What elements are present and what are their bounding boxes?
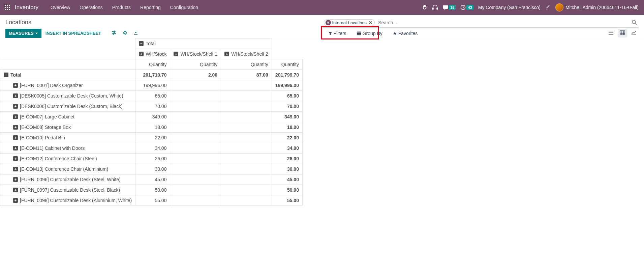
cell[interactable]: 199,996.00 <box>272 80 302 91</box>
expand-icon[interactable]: + <box>174 52 178 56</box>
expand-icon[interactable]: + <box>13 135 18 140</box>
support-icon[interactable] <box>432 5 438 10</box>
cell[interactable] <box>221 195 272 206</box>
row-header[interactable]: +[FURN_0001] Desk Organizer <box>0 80 135 91</box>
expand-icon[interactable]: + <box>13 83 18 88</box>
cell[interactable] <box>170 164 221 174</box>
cell[interactable]: 199,996.00 <box>135 80 170 91</box>
cell[interactable]: 349.00 <box>272 112 302 122</box>
cell[interactable] <box>170 80 221 91</box>
collapse-icon[interactable]: − <box>139 41 144 46</box>
favorites-button[interactable]: Favorites <box>391 29 420 37</box>
cell[interactable]: 26.00 <box>135 154 170 164</box>
flip-axis-icon[interactable] <box>111 30 117 36</box>
expand-icon[interactable]: + <box>13 167 18 171</box>
activity-icon[interactable]: 43 <box>460 5 473 10</box>
expand-icon[interactable]: + <box>13 93 18 98</box>
row-header[interactable]: +[FURN_0096] Customizable Desk (Steel, W… <box>0 174 135 185</box>
cell[interactable] <box>221 154 272 164</box>
cell[interactable]: 70.00 <box>272 101 302 112</box>
groupby-button[interactable]: Group By <box>355 29 385 37</box>
cell[interactable] <box>170 185 221 195</box>
row-header[interactable]: +[DESK0006] Customizable Desk (Custom, B… <box>0 101 135 112</box>
expand-icon[interactable]: + <box>13 188 18 192</box>
cell[interactable] <box>170 122 221 133</box>
expand-icon[interactable]: + <box>13 146 18 150</box>
cell[interactable] <box>221 91 272 101</box>
cell[interactable]: 201,710.70 <box>135 70 170 80</box>
pivot-table-container[interactable]: −Total +WH/Stock+WH/Stock/Shelf 1+WH/Sto… <box>0 38 644 268</box>
measures-button[interactable]: Measures <box>5 29 41 38</box>
cell[interactable] <box>170 143 221 154</box>
row-header[interactable]: +[FURN_0097] Customizable Desk (Steel, B… <box>0 185 135 195</box>
col-header[interactable]: +WH/Stock <box>135 49 170 59</box>
search-facet[interactable]: Internal Locations ✕ <box>324 19 375 26</box>
cell[interactable]: 65.00 <box>272 91 302 101</box>
cell[interactable] <box>221 164 272 174</box>
cell[interactable]: 55.00 <box>135 195 170 206</box>
cell[interactable] <box>221 122 272 133</box>
cell[interactable]: 50.00 <box>135 185 170 195</box>
col-total-header[interactable]: −Total <box>135 38 272 49</box>
debug-icon[interactable] <box>422 5 427 10</box>
expand-icon[interactable]: + <box>13 125 18 130</box>
cell[interactable]: 45.00 <box>272 174 302 185</box>
nav-products[interactable]: Products <box>108 2 135 13</box>
expand-icon[interactable]: + <box>13 198 18 203</box>
apps-icon[interactable] <box>3 3 12 12</box>
row-header[interactable]: +[E-COM08] Storage Box <box>0 122 135 133</box>
expand-icon[interactable]: + <box>13 177 18 182</box>
row-header[interactable]: +[E-COM07] Large Cabinet <box>0 112 135 122</box>
cell[interactable] <box>221 143 272 154</box>
insert-spreadsheet-button[interactable]: Insert in Spreadsheet <box>45 31 101 36</box>
expand-icon[interactable]: + <box>224 52 229 56</box>
cell[interactable]: 55.00 <box>272 195 302 206</box>
cell[interactable]: 18.00 <box>272 122 302 133</box>
download-icon[interactable] <box>133 30 138 36</box>
row-header[interactable]: +[E-COM10] Pedal Bin <box>0 133 135 143</box>
cell[interactable]: 34.00 <box>272 143 302 154</box>
cell[interactable] <box>221 112 272 122</box>
cell[interactable] <box>221 174 272 185</box>
col-header[interactable]: +WH/Stock/Shelf 2 <box>221 49 272 59</box>
cell[interactable]: 87.00 <box>221 70 272 80</box>
view-list-button[interactable] <box>606 29 616 37</box>
search-icon[interactable] <box>632 20 637 26</box>
cell[interactable] <box>170 101 221 112</box>
cell[interactable]: 65.00 <box>135 91 170 101</box>
cell[interactable]: 30.00 <box>135 164 170 174</box>
cell[interactable]: 201,799.70 <box>272 70 302 80</box>
cell[interactable] <box>221 101 272 112</box>
cell[interactable]: 22.00 <box>135 133 170 143</box>
expand-icon[interactable]: + <box>139 52 144 56</box>
cell[interactable]: 30.00 <box>272 164 302 174</box>
expand-icon[interactable]: + <box>13 104 18 109</box>
expand-icon[interactable]: + <box>13 156 18 161</box>
col-header[interactable]: +WH/Stock/Shelf 1 <box>170 49 221 59</box>
cell[interactable]: 50.00 <box>272 185 302 195</box>
cell[interactable] <box>170 195 221 206</box>
cell[interactable]: 2.00 <box>170 70 221 80</box>
row-header[interactable]: +[FURN_0098] Customizable Desk (Aluminiu… <box>0 195 135 206</box>
row-header[interactable]: +[E-COM13] Conference Chair (Aluminium) <box>0 164 135 174</box>
cell[interactable]: 45.00 <box>135 174 170 185</box>
cell[interactable]: 349.00 <box>135 112 170 122</box>
row-total-header[interactable]: −Total <box>0 70 135 80</box>
cell[interactable] <box>170 174 221 185</box>
nav-configuration[interactable]: Configuration <box>166 2 202 13</box>
row-header[interactable]: +[E-COM12] Conference Chair (Steel) <box>0 154 135 164</box>
messaging-icon[interactable]: 15 <box>443 5 456 10</box>
filters-button[interactable]: Filters <box>326 29 348 37</box>
expand-all-icon[interactable] <box>123 30 127 36</box>
search-input[interactable] <box>377 19 637 27</box>
company-switcher[interactable]: My Company (San Francisco) <box>478 5 541 10</box>
collapse-icon[interactable]: − <box>4 73 8 77</box>
cell[interactable]: 26.00 <box>272 154 302 164</box>
view-graph-button[interactable] <box>629 29 639 37</box>
cell[interactable] <box>221 185 272 195</box>
cell[interactable] <box>170 133 221 143</box>
cell[interactable] <box>170 112 221 122</box>
nav-reporting[interactable]: Reporting <box>136 2 165 13</box>
row-header[interactable]: +[DESK0005] Customizable Desk (Custom, W… <box>0 91 135 101</box>
cell[interactable] <box>170 91 221 101</box>
